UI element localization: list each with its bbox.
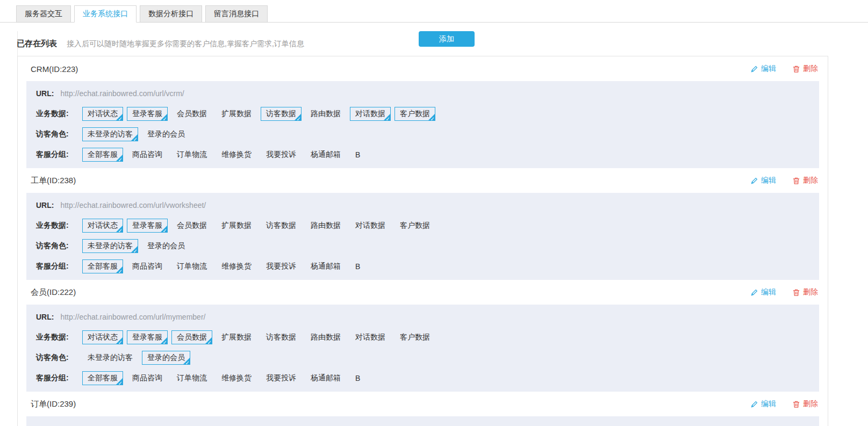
checkbox-客户数据[interactable]: 客户数据 bbox=[394, 330, 435, 344]
card-actions: 编辑删除 bbox=[750, 287, 819, 297]
checkbox-客户数据[interactable]: 客户数据 bbox=[394, 107, 435, 121]
checkbox-登录客服[interactable]: 登录客服 bbox=[127, 330, 168, 344]
checkbox-杨通邮箱[interactable]: 杨通邮箱 bbox=[305, 148, 346, 162]
url-value: http://echat.rainbowred.com/url/vworkshe… bbox=[60, 201, 206, 210]
checkbox-我要投诉[interactable]: 我要投诉 bbox=[261, 259, 302, 273]
checkbox-订单物流[interactable]: 订单物流 bbox=[171, 371, 212, 385]
checkbox-登录客服[interactable]: 登录客服 bbox=[127, 219, 168, 233]
checkbox-B[interactable]: B bbox=[350, 260, 365, 273]
card-actions: 编辑删除 bbox=[750, 176, 819, 185]
delete-label: 删除 bbox=[803, 176, 818, 185]
checkbox-访客数据[interactable]: 访客数据 bbox=[261, 219, 302, 233]
checkbox-维修换货[interactable]: 维修换货 bbox=[216, 371, 257, 385]
agent-group-row: 客服分组:全部客服商品咨询订单物流维修换货我要投诉杨通邮箱B bbox=[36, 145, 809, 165]
agent-group-row-label: 客服分组: bbox=[36, 262, 82, 271]
visitor-role-row-label: 访客角色: bbox=[36, 353, 82, 363]
checkbox-路由数据[interactable]: 路由数据 bbox=[305, 107, 346, 121]
checkbox-会员数据[interactable]: 会员数据 bbox=[171, 330, 212, 344]
agent-group-row-label: 客服分组: bbox=[36, 373, 82, 383]
checkbox-未登录的访客[interactable]: 未登录的访客 bbox=[82, 127, 138, 141]
checkbox-对话数据[interactable]: 对话数据 bbox=[350, 219, 391, 233]
checkbox-维修换货[interactable]: 维修换货 bbox=[216, 148, 257, 162]
tags: 全部客服商品咨询订单物流维修换货我要投诉杨通邮箱B bbox=[82, 371, 369, 385]
url-value: http://echat.rainbowred.com/url/mymember… bbox=[60, 313, 205, 321]
agent-group-row-label: 客服分组: bbox=[36, 150, 82, 160]
checkbox-扩展数据[interactable]: 扩展数据 bbox=[216, 107, 257, 121]
checkbox-未登录的访客[interactable]: 未登录的访客 bbox=[82, 351, 138, 365]
business-data-row: 业务数据:对话状态登录客服会员数据扩展数据访客数据路由数据对话数据客户数据 bbox=[36, 215, 809, 236]
checkbox-B[interactable]: B bbox=[350, 372, 365, 385]
card-body: URL:http://echat.rainbowred.com/url/vcrm… bbox=[26, 81, 819, 168]
checkbox-登录的会员[interactable]: 登录的会员 bbox=[142, 127, 190, 141]
checkbox-杨通邮箱[interactable]: 杨通邮箱 bbox=[305, 371, 346, 385]
url-row: URL:http://echat.rainbowred.com/url/vwor… bbox=[36, 195, 809, 215]
checkbox-会员数据[interactable]: 会员数据 bbox=[171, 219, 212, 233]
checkbox-全部客服[interactable]: 全部客服 bbox=[82, 371, 123, 385]
checkbox-全部客服[interactable]: 全部客服 bbox=[82, 259, 123, 273]
checkbox-我要投诉[interactable]: 我要投诉 bbox=[261, 371, 302, 385]
tags: 未登录的访客登录的会员 bbox=[82, 127, 194, 141]
visitor-role-row: 访客角色:未登录的访客登录的会员 bbox=[36, 348, 809, 368]
edit-label: 编辑 bbox=[761, 64, 776, 74]
checkbox-杨通邮箱[interactable]: 杨通邮箱 bbox=[305, 259, 346, 273]
tab-业务系统接口[interactable]: 业务系统接口 bbox=[74, 5, 137, 23]
delete-label: 删除 bbox=[803, 287, 818, 297]
checkbox-商品咨询[interactable]: 商品咨询 bbox=[127, 371, 168, 385]
tags: 全部客服商品咨询订单物流维修换货我要投诉杨通邮箱B bbox=[82, 259, 369, 273]
delete-button[interactable]: 删除 bbox=[792, 64, 818, 74]
checkbox-订单物流[interactable]: 订单物流 bbox=[171, 259, 212, 273]
checkbox-对话状态[interactable]: 对话状态 bbox=[82, 330, 123, 344]
delete-label: 删除 bbox=[803, 399, 818, 409]
edit-button[interactable]: 编辑 bbox=[750, 176, 776, 185]
add-button[interactable]: 添加 bbox=[419, 31, 475, 47]
checkbox-登录客服[interactable]: 登录客服 bbox=[127, 107, 168, 121]
card-title-row: CRM(ID:223)编辑删除 bbox=[26, 56, 819, 81]
checkbox-对话状态[interactable]: 对话状态 bbox=[82, 107, 123, 121]
checkbox-维修换货[interactable]: 维修换货 bbox=[216, 259, 257, 273]
pencil-icon bbox=[750, 288, 758, 297]
checkbox-扩展数据[interactable]: 扩展数据 bbox=[216, 330, 257, 344]
checkbox-我要投诉[interactable]: 我要投诉 bbox=[261, 148, 302, 162]
checkbox-未登录的访客[interactable]: 未登录的访客 bbox=[82, 239, 138, 253]
checkbox-路由数据[interactable]: 路由数据 bbox=[305, 219, 346, 233]
checkbox-B[interactable]: B bbox=[350, 148, 365, 161]
interface-card: 会员(ID:222)编辑删除URL:http://echat.rainbowre… bbox=[18, 280, 828, 392]
card-body: URL:http://echat.rainbowred.com/url/vwor… bbox=[26, 193, 819, 280]
edit-button[interactable]: 编辑 bbox=[750, 399, 776, 409]
url-label: URL: bbox=[36, 89, 54, 98]
url-label: URL: bbox=[36, 201, 54, 210]
card-title-row: 会员(ID:222)编辑删除 bbox=[26, 280, 819, 305]
tab-服务器交互[interactable]: 服务器交互 bbox=[16, 5, 71, 23]
checkbox-商品咨询[interactable]: 商品咨询 bbox=[127, 259, 168, 273]
checkbox-访客数据[interactable]: 访客数据 bbox=[261, 107, 302, 121]
checkbox-对话数据[interactable]: 对话数据 bbox=[350, 107, 391, 121]
tab-数据分析接口[interactable]: 数据分析接口 bbox=[140, 5, 202, 23]
checkbox-扩展数据[interactable]: 扩展数据 bbox=[216, 219, 257, 233]
card-title-row: 工单(ID:238)编辑删除 bbox=[26, 168, 819, 193]
card-title: 工单(ID:238) bbox=[26, 176, 76, 186]
delete-button[interactable]: 删除 bbox=[792, 287, 818, 297]
edit-button[interactable]: 编辑 bbox=[750, 64, 776, 74]
business-data-row-label: 业务数据: bbox=[36, 221, 82, 230]
checkbox-访客数据[interactable]: 访客数据 bbox=[261, 330, 302, 344]
card-actions: 编辑删除 bbox=[750, 64, 819, 74]
delete-button[interactable]: 删除 bbox=[792, 176, 818, 185]
checkbox-路由数据[interactable]: 路由数据 bbox=[305, 330, 346, 344]
checkbox-对话数据[interactable]: 对话数据 bbox=[350, 330, 391, 344]
card-actions: 编辑删除 bbox=[750, 399, 819, 409]
delete-button[interactable]: 删除 bbox=[792, 399, 818, 409]
checkbox-全部客服[interactable]: 全部客服 bbox=[82, 148, 123, 162]
edit-label: 编辑 bbox=[761, 287, 776, 297]
checkbox-对话状态[interactable]: 对话状态 bbox=[82, 219, 123, 233]
url-row: URL:http://echat.rainbowred.com/url/vcrm… bbox=[36, 83, 809, 104]
checkbox-登录的会员[interactable]: 登录的会员 bbox=[142, 351, 190, 365]
tab-bar: 服务器交互业务系统接口数据分析接口留言消息接口 bbox=[0, 0, 868, 23]
tab-留言消息接口[interactable]: 留言消息接口 bbox=[205, 5, 268, 23]
business-data-row: 业务数据:对话状态登录客服会员数据扩展数据访客数据路由数据对话数据客户数据 bbox=[36, 104, 809, 124]
checkbox-订单物流[interactable]: 订单物流 bbox=[171, 148, 212, 162]
edit-button[interactable]: 编辑 bbox=[750, 287, 776, 297]
checkbox-会员数据[interactable]: 会员数据 bbox=[171, 107, 212, 121]
checkbox-商品咨询[interactable]: 商品咨询 bbox=[127, 148, 168, 162]
checkbox-登录的会员[interactable]: 登录的会员 bbox=[142, 239, 190, 253]
checkbox-客户数据[interactable]: 客户数据 bbox=[394, 219, 435, 233]
